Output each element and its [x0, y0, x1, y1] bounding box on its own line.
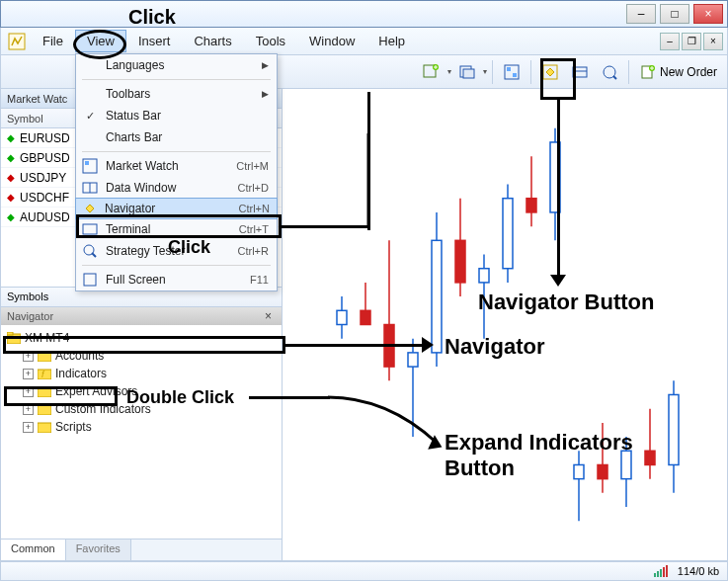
- data-window-icon: [81, 179, 99, 197]
- doc-restore-button[interactable]: ❐: [682, 33, 701, 50]
- svg-rect-17: [38, 352, 51, 362]
- expand-icon[interactable]: +: [23, 351, 34, 362]
- menu-bar: File View Insert Charts Tools Window Hel…: [0, 28, 728, 55]
- menu-data-window[interactable]: Data WindowCtrl+D: [76, 177, 277, 199]
- svg-rect-21: [38, 405, 51, 415]
- navigator-title: Navigator: [7, 310, 53, 322]
- menu-charts-bar[interactable]: Charts Bar: [76, 126, 277, 148]
- menu-help[interactable]: Help: [366, 30, 417, 52]
- doc-min-button[interactable]: –: [660, 33, 680, 50]
- up-arrow-icon: ◆: [7, 152, 15, 163]
- doc-close-button[interactable]: ×: [703, 33, 723, 50]
- menu-tools[interactable]: Tools: [244, 30, 297, 52]
- expand-indicators-button[interactable]: +: [23, 369, 34, 379]
- title-bar: – □ ×: [0, 0, 728, 28]
- navigator-accounts[interactable]: + Accounts: [3, 347, 280, 365]
- toolbar-market-watch-button[interactable]: [498, 59, 526, 85]
- menu-charts[interactable]: Charts: [182, 30, 243, 52]
- new-order-label: New Order: [660, 65, 717, 79]
- navigator-tab-common[interactable]: Common: [1, 539, 66, 560]
- menu-languages[interactable]: Languages▶: [76, 54, 277, 76]
- svg-rect-26: [361, 310, 370, 324]
- expand-icon[interactable]: +: [23, 404, 34, 415]
- svg-rect-44: [574, 464, 584, 478]
- svg-rect-7: [513, 73, 517, 77]
- expand-icon[interactable]: +: [23, 422, 34, 433]
- fullscreen-icon: [81, 271, 99, 289]
- svg-rect-50: [645, 451, 655, 464]
- window-minimize-button[interactable]: –: [626, 4, 656, 24]
- svg-line-12: [613, 76, 616, 79]
- navigator-expert-advisors[interactable]: + Expert Advisors: [3, 382, 280, 400]
- navigator-custom-indicators[interactable]: + Custom Indicators: [3, 400, 280, 418]
- svg-rect-60: [84, 274, 96, 286]
- navigator-icon: [81, 200, 99, 217]
- status-connection: 114/0 kb: [678, 565, 719, 577]
- svg-rect-48: [621, 451, 631, 478]
- connection-bars-icon: [654, 565, 668, 577]
- svg-rect-54: [85, 161, 89, 165]
- svg-line-59: [92, 253, 96, 257]
- svg-rect-22: [38, 423, 51, 433]
- toolbar-profiles-button[interactable]: [453, 59, 481, 85]
- svg-rect-16: [7, 332, 13, 335]
- up-arrow-icon: ◆: [7, 132, 15, 143]
- down-arrow-icon: ◆: [7, 172, 15, 183]
- terminal-icon: [81, 220, 99, 238]
- svg-rect-57: [83, 224, 97, 234]
- svg-rect-40: [526, 199, 536, 212]
- toolbar-strategy-button[interactable]: [596, 59, 623, 85]
- svg-rect-6: [507, 67, 511, 71]
- svg-rect-36: [479, 269, 489, 283]
- window-maximize-button[interactable]: □: [660, 4, 689, 24]
- navigator-indicators[interactable]: + f Indicators: [3, 365, 280, 382]
- menu-market-watch[interactable]: Market WatchCtrl+M: [76, 155, 277, 177]
- down-arrow-icon: ◆: [7, 192, 15, 203]
- svg-rect-30: [408, 353, 418, 367]
- menu-toolbars[interactable]: Toolbars▶: [76, 83, 277, 105]
- menu-strategy-tester[interactable]: Strategy TesterCtrl+R: [76, 240, 277, 262]
- svg-rect-9: [573, 67, 587, 77]
- up-arrow-icon: ◆: [7, 211, 15, 222]
- svg-rect-18: [38, 370, 51, 379]
- navigator-panel: Navigator × XM MT4 + Accounts + f Indica…: [1, 307, 282, 560]
- menu-navigator[interactable]: NavigatorCtrl+N: [75, 198, 278, 219]
- svg-rect-34: [455, 240, 465, 283]
- svg-rect-4: [463, 69, 474, 78]
- market-watch-icon: [81, 157, 99, 175]
- navigator-tab-favorites[interactable]: Favorites: [66, 540, 131, 560]
- check-icon: ✓: [86, 110, 95, 123]
- svg-rect-32: [432, 240, 442, 353]
- svg-rect-24: [337, 310, 347, 324]
- window-close-button[interactable]: ×: [693, 4, 723, 24]
- menu-status-bar[interactable]: ✓ Status Bar: [76, 105, 277, 126]
- mt4-app-icon: [7, 32, 27, 51]
- svg-rect-46: [598, 464, 607, 478]
- toolbar-new-order-button[interactable]: New Order: [634, 59, 723, 85]
- svg-rect-20: [38, 387, 51, 397]
- menu-window[interactable]: Window: [297, 30, 366, 52]
- menu-view[interactable]: View: [75, 30, 126, 52]
- navigator-close-button[interactable]: ×: [261, 309, 276, 323]
- chart-area[interactable]: [283, 89, 727, 560]
- svg-rect-38: [503, 199, 513, 269]
- menu-full-screen[interactable]: Full ScreenF11: [76, 269, 277, 290]
- expand-icon[interactable]: +: [23, 386, 34, 397]
- toolbar-navigator-button[interactable]: [536, 59, 564, 85]
- status-bar: 114/0 kb: [0, 561, 728, 581]
- navigator-root[interactable]: XM MT4: [3, 329, 280, 347]
- strategy-icon: [81, 242, 99, 260]
- view-dropdown-menu: Languages▶ Toolbars▶ ✓ Status Bar Charts…: [75, 53, 278, 291]
- navigator-scripts[interactable]: + Scripts: [3, 418, 280, 436]
- svg-rect-52: [669, 394, 679, 464]
- toolbar-new-chart-button[interactable]: [418, 59, 445, 85]
- menu-terminal[interactable]: TerminalCtrl+T: [76, 218, 277, 240]
- toolbar-terminal-button[interactable]: [566, 59, 594, 85]
- menu-insert[interactable]: Insert: [126, 30, 183, 52]
- menu-file[interactable]: File: [31, 30, 75, 52]
